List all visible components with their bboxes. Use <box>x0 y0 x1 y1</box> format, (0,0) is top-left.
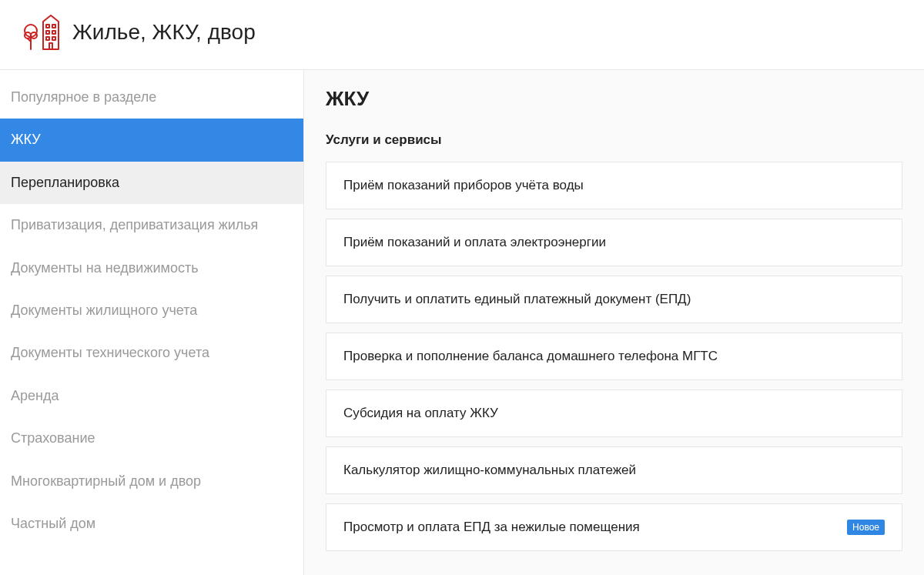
main-content: ЖКУ Услуги и сервисы Приём показаний при… <box>304 70 924 575</box>
sidebar-item[interactable]: Документы жилищного учета <box>0 289 303 332</box>
services-list: Приём показаний приборов учёта водыПриём… <box>326 162 902 551</box>
sidebar-item[interactable]: ЖКУ <box>0 119 303 161</box>
sidebar-item[interactable]: Популярное в разделе <box>0 76 303 119</box>
page-header: Жилье, ЖКУ, двор <box>0 0 924 70</box>
service-item[interactable]: Просмотр и оплата ЕПД за нежилые помещен… <box>326 503 902 551</box>
sidebar: Популярное в разделеЖКУПерепланировкаПри… <box>0 70 304 575</box>
service-item[interactable]: Калькулятор жилищно-коммунальных платеже… <box>326 446 902 494</box>
svg-rect-4 <box>46 37 49 40</box>
service-item[interactable]: Приём показаний приборов учёта воды <box>326 162 902 209</box>
layout: Популярное в разделеЖКУПерепланировкаПри… <box>0 70 924 575</box>
service-item[interactable]: Получить и оплатить единый платежный док… <box>326 276 902 323</box>
svg-rect-6 <box>49 43 52 49</box>
service-label: Просмотр и оплата ЕПД за нежилые помещен… <box>343 520 838 535</box>
sidebar-item[interactable]: Документы на недвижимость <box>0 247 303 289</box>
svg-rect-5 <box>52 37 55 40</box>
svg-rect-2 <box>46 31 49 34</box>
section-subtitle: Услуги и сервисы <box>326 132 902 148</box>
service-label: Проверка и пополнение баланса домашнего … <box>343 349 885 364</box>
svg-rect-0 <box>46 25 49 28</box>
svg-rect-1 <box>52 25 55 28</box>
service-label: Калькулятор жилищно-коммунальных платеже… <box>343 463 885 478</box>
new-badge: Новое <box>847 520 885 535</box>
service-label: Приём показаний приборов учёта воды <box>343 178 885 193</box>
service-item[interactable]: Субсидия на оплату ЖКУ <box>326 389 902 437</box>
service-item[interactable]: Приём показаний и оплата электроэнергии <box>326 219 902 266</box>
sidebar-item[interactable]: Документы технического учета <box>0 332 303 374</box>
main-title: ЖКУ <box>326 87 902 111</box>
service-label: Приём показаний и оплата электроэнергии <box>343 235 885 250</box>
sidebar-item[interactable]: Частный дом <box>0 503 303 545</box>
service-item[interactable]: Проверка и пополнение баланса домашнего … <box>326 333 902 380</box>
service-label: Субсидия на оплату ЖКУ <box>343 406 885 421</box>
housing-icon <box>23 14 60 51</box>
sidebar-item[interactable]: Аренда <box>0 375 303 417</box>
sidebar-item[interactable]: Многоквартирный дом и двор <box>0 460 303 503</box>
page-title: Жилье, ЖКУ, двор <box>72 20 256 45</box>
sidebar-item[interactable]: Перепланировка <box>0 162 303 204</box>
sidebar-item[interactable]: Приватизация, деприватизация жилья <box>0 204 303 246</box>
sidebar-item[interactable]: Страхование <box>0 417 303 460</box>
svg-rect-3 <box>52 31 55 34</box>
service-label: Получить и оплатить единый платежный док… <box>343 292 885 307</box>
